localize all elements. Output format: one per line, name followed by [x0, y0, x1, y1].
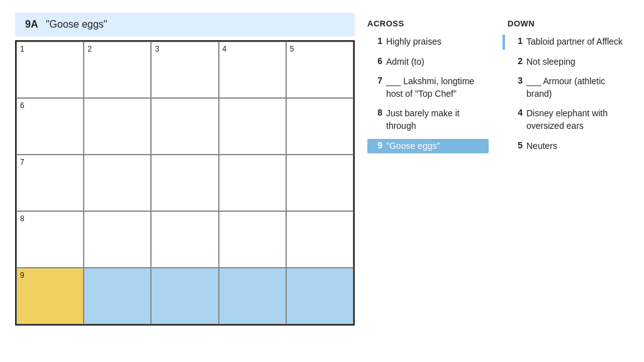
clue-number: 8	[370, 107, 382, 118]
down-clues-list: 1Tabloid partner of Affleck2Not sleeping…	[508, 35, 629, 153]
active-clue-text: "Goose eggs"	[46, 19, 108, 30]
grid-cell[interactable]	[151, 211, 218, 268]
grid-cell[interactable]	[151, 268, 218, 324]
main-container: 9A "Goose eggs" 123456789 ACROSS 1Highly…	[0, 0, 644, 362]
clue-text: Neuters	[526, 140, 557, 153]
clue-number: 4	[510, 107, 523, 118]
clue-number: 1	[510, 36, 523, 46]
cell-number: 6	[20, 101, 25, 110]
grid-cell[interactable]	[286, 211, 353, 268]
cell-number: 3	[155, 45, 159, 53]
cell-number: 7	[20, 158, 25, 167]
cell-number: 9	[20, 271, 25, 280]
clue-text: Admit (to)	[386, 56, 425, 69]
crossword-grid: 123456789	[16, 41, 353, 324]
clue-number: 6	[370, 56, 382, 66]
down-clue-item[interactable]: 5Neuters	[508, 139, 629, 154]
grid-cell[interactable]	[286, 268, 353, 324]
down-active-indicator	[502, 35, 505, 50]
down-clue-item[interactable]: 1Tabloid partner of Affleck	[508, 35, 629, 50]
clue-text: "Goose eggs"	[386, 140, 440, 153]
grid-cell[interactable]: 5	[286, 41, 353, 98]
clue-number: 7	[370, 75, 382, 85]
grid-cell[interactable]: 7	[16, 155, 84, 211]
clue-number: 5	[510, 140, 523, 150]
active-clue-header: 9A "Goose eggs"	[15, 13, 355, 36]
grid-cell[interactable]	[84, 155, 151, 211]
grid-cell[interactable]: 9	[16, 268, 84, 324]
grid-cell[interactable]	[84, 211, 151, 268]
clue-text: ___ Armour (athletic brand)	[526, 75, 626, 100]
across-clue-item[interactable]: 1Highly praises	[367, 35, 489, 50]
grid-cell[interactable]	[286, 155, 353, 211]
grid-cell[interactable]	[286, 98, 353, 155]
right-panel: ACROSS 1Highly praises6Admit (to)7___ La…	[367, 13, 629, 158]
cell-number: 5	[290, 45, 294, 53]
grid-cell[interactable]	[151, 155, 218, 211]
grid-cell[interactable]: 6	[16, 98, 84, 155]
clue-number: 3	[510, 75, 523, 85]
down-clue-item[interactable]: 2Not sleeping	[508, 55, 629, 70]
grid-cell[interactable]	[84, 268, 151, 324]
down-heading: DOWN	[508, 19, 629, 28]
grid-cell[interactable]: 3	[151, 41, 218, 98]
clue-number: 9	[370, 140, 382, 150]
across-clues-list: 1Highly praises6Admit (to)7___ Lakshmi, …	[367, 35, 489, 153]
crossword-grid-wrapper: 123456789	[15, 40, 355, 326]
down-clues-section: DOWN 1Tabloid partner of Affleck2Not sle…	[508, 19, 629, 158]
cell-number: 4	[223, 45, 227, 53]
grid-cell[interactable]	[84, 98, 151, 155]
grid-cell[interactable]: 4	[219, 41, 286, 98]
across-clue-item[interactable]: 9"Goose eggs"	[367, 139, 489, 154]
grid-cell[interactable]	[219, 268, 286, 324]
across-clue-item[interactable]: 6Admit (to)	[367, 55, 489, 70]
cell-number: 8	[20, 214, 25, 223]
down-clue-item[interactable]: 3___ Armour (athletic brand)	[508, 74, 629, 101]
grid-cell[interactable]: 1	[16, 41, 84, 98]
clue-text: Disney elephant with oversized ears	[526, 107, 626, 132]
clue-text: Just barely make it through	[386, 107, 486, 132]
clue-number: 1	[370, 36, 382, 46]
grid-cell[interactable]: 2	[84, 41, 151, 98]
grid-cell[interactable]	[219, 155, 286, 211]
across-clue-item[interactable]: 8Just barely make it through	[367, 106, 489, 133]
clue-text: Not sleeping	[526, 56, 575, 69]
cell-number: 2	[87, 45, 92, 53]
grid-cell[interactable]	[219, 98, 286, 155]
across-heading: ACROSS	[367, 19, 489, 28]
across-clue-item[interactable]: 7___ Lakshmi, longtime host of "Top Chef…	[367, 74, 489, 101]
clue-number: 2	[510, 56, 523, 66]
cell-number: 1	[20, 45, 25, 53]
grid-cell[interactable]	[151, 98, 218, 155]
down-clue-item[interactable]: 4Disney elephant with oversized ears	[508, 106, 629, 133]
clue-text: Highly praises	[386, 36, 441, 48]
active-clue-number: 9A	[25, 19, 38, 30]
clue-text: Tabloid partner of Affleck	[526, 36, 623, 48]
grid-cell[interactable]: 8	[16, 211, 84, 268]
grid-cell[interactable]	[219, 211, 286, 268]
left-panel: 9A "Goose eggs" 123456789	[15, 13, 355, 326]
across-clues-section: ACROSS 1Highly praises6Admit (to)7___ La…	[367, 19, 489, 158]
clue-text: ___ Lakshmi, longtime host of "Top Chef"	[386, 75, 486, 100]
